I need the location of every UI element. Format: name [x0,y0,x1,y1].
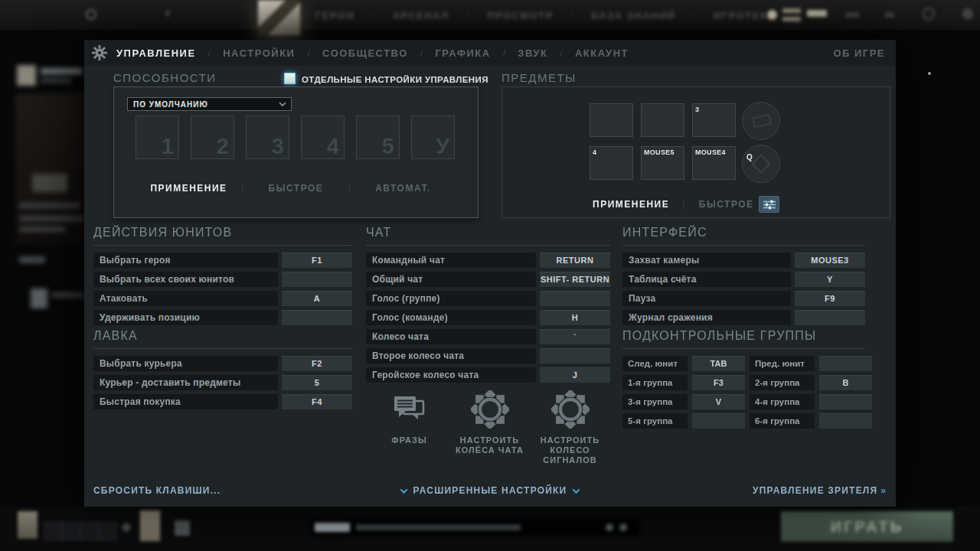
ping-wheel-button[interactable]: НАСТРОИТЬ КОЛЕСО СИГНАЛОВ [530,388,610,465]
chat-emoji-icon[interactable] [619,523,627,531]
hotkey-row: Колесо чата ` [366,329,610,344]
column-chat: ЧАТ Командный чат RETURN Общий чат SHIFT… [366,226,610,386]
ability-slot[interactable]: У [411,116,455,159]
settings-tab[interactable]: УПРАВЛЕНИЕ [116,47,196,59]
control-group-hotkey-button[interactable] [819,413,872,429]
hotkey-row: Второе колесо чата [366,348,610,364]
item-cast-tab[interactable]: ПРИМЕНЕНИЕ [593,199,669,210]
control-group-hotkey-button[interactable] [819,356,872,371]
shop-rows: Выбрать курьера F2 Курьер - доставить пр… [93,356,352,409]
settings-tab[interactable]: ГРАФИКА [408,47,491,59]
chat-wheel-button[interactable]: НАСТРОИТЬ КОЛЁСА ЧАТА [449,388,530,465]
tab-about-game[interactable]: ОБ ИГРЕ [833,40,885,66]
hotkey-button[interactable] [540,291,610,306]
control-group-hotkey-button[interactable] [819,394,872,409]
hotkey-button[interactable] [795,310,865,325]
hotkey-button[interactable]: F9 [795,291,865,306]
ability-slot[interactable]: 3 [246,116,289,159]
item-slot[interactable]: MOUSE5 [641,146,684,180]
control-group-label: 6-я группа [750,413,815,429]
chat-title: ЧАТ [366,226,610,246]
hotkey-action-label: Геройское колесо чата [366,367,536,383]
hotkey-button[interactable]: RETURN [540,253,610,268]
item-slots: 3 4 MOUSE5 MOUSE4 [590,103,736,180]
ability-preset-dropdown[interactable]: ПО УМОЛЧАНИЮ [127,97,292,111]
hotkey-button[interactable]: 5 [282,375,352,390]
top-menu-item[interactable]: ПРОСМОТР [449,10,554,21]
chat-wheel-icon [471,388,509,431]
phrases-button[interactable]: ФРАЗЫ [369,388,449,465]
hotkey-button[interactable]: MOUSE3 [795,253,865,268]
hotkey-button[interactable]: F4 [282,394,352,409]
control-group-hotkey-button[interactable]: F3 [692,375,745,390]
main-menu: ГЕРОИ АРСЕНАЛ ПРОСМОТР БАЗА ЗНАНИЙ ИГРОТ… [315,0,776,31]
control-group-label: 3-я группа [622,394,688,409]
chat-message-text [356,524,521,530]
hotkey-row: Быстрая покупка F4 [93,394,352,409]
item-cast-tabs: ПРИМЕНЕНИЕ БЫСТРОЕ [593,199,754,210]
hotkey-button[interactable]: J [540,367,610,383]
tp-scroll-slot[interactable] [742,102,780,140]
hotkey-row: Выбрать курьера F2 [93,356,352,371]
settings-tab[interactable]: ЗВУК [491,47,548,59]
item-quickcast-settings-button[interactable] [759,196,779,213]
hotkey-button[interactable]: SHIFT- RETURN [540,272,610,287]
top-menu-item[interactable]: ГЕРОИ [315,10,355,21]
hotkey-action-label: Захват камеры [622,253,791,268]
control-group-label: 1-я группа [622,375,688,390]
control-group-label: 2-я группа [750,375,815,390]
item-cast-tab[interactable]: БЫСТРОЕ [669,199,753,210]
ability-cast-tab[interactable]: БЫСТРОЕ [242,182,349,194]
dota2-logo[interactable] [258,0,300,35]
hotkey-button[interactable]: Y [795,272,865,287]
separate-controls-checkbox[interactable] [284,73,296,84]
hotkey-action-label: Командный чат [366,253,536,268]
chat-settings-icon[interactable] [606,523,613,531]
neutral-item-icon [751,154,770,173]
advanced-settings-label: РАСШИРЕННЫЕ НАСТРОЙКИ [413,485,567,496]
hotkey-button[interactable]: ` [540,329,610,344]
top-menu-item[interactable]: БАЗА ЗНАНИЙ [554,10,676,21]
top-menu-item[interactable]: АРСЕНАЛ [355,10,449,21]
settings-tab[interactable]: АККАУНТ [547,47,629,59]
control-group-label: Пред. юнит [750,356,815,371]
neutral-slot-key: Q [746,153,753,161]
ability-slot[interactable]: 5 [356,116,400,159]
ping-wheel-icon [551,388,590,431]
ability-cast-tab[interactable]: АВТОМАТ. [349,182,456,194]
ability-slot[interactable]: 4 [301,116,345,159]
ability-slot[interactable]: 2 [191,116,234,159]
control-group-hotkey-button[interactable]: B [819,375,872,390]
play-button[interactable]: ИГРАТЬ [781,511,953,542]
spectator-controls-link[interactable]: УПРАВЛЕНИЕ ЗРИТЕЛЯ» [753,485,886,496]
item-slot[interactable]: MOUSE4 [692,146,736,180]
item-slot[interactable]: 4 [590,146,633,180]
ability-slot[interactable]: 1 [136,116,179,159]
item-slot[interactable] [641,103,684,137]
column-interface: ИНТЕРФЕЙС Захват камеры MOUSE3 Таблица с… [622,226,865,429]
settings-tabs: УПРАВЛЕНИЕ НАСТРОЙКИ СООБЩЕСТВО ГРАФИКА … [116,40,629,66]
hotkey-button[interactable] [282,310,352,325]
background-artwork [15,93,86,245]
hotkey-row: Выбрать всех своих юнитов [93,272,352,287]
hotkey-button[interactable] [282,272,352,287]
settings-tab[interactable]: СООБЩЕСТВО [295,47,407,59]
control-group-hotkey-button[interactable]: V [692,394,745,409]
hotkey-button[interactable]: F2 [282,356,352,371]
dota2-settings-screen: ‹ ГЕРОИ АРСЕНАЛ ПРОСМОТР БАЗА ЗНАНИЙ ИГР… [0,0,980,551]
ability-cast-tab[interactable]: ПРИМЕНЕНИЕ [136,182,242,194]
hotkey-button[interactable]: F1 [282,253,352,268]
hotkey-action-label: Пауза [622,291,791,306]
neutral-item-slot[interactable]: Q [742,145,780,183]
settings-tab[interactable]: НАСТРОЙКИ [196,47,296,59]
chat-input-bar[interactable] [310,519,639,536]
top-menu-item[interactable]: ИГРОТЕКА [676,10,776,21]
hotkey-button[interactable]: A [282,291,352,306]
gear-icon[interactable] [92,45,107,60]
hotkey-button[interactable] [540,348,610,364]
control-group-hotkey-button[interactable] [692,413,745,429]
item-slot[interactable]: 3 [692,103,736,137]
hotkey-button[interactable]: H [540,310,610,325]
control-group-hotkey-button[interactable]: TAB [692,356,745,371]
item-slot[interactable] [590,103,633,137]
